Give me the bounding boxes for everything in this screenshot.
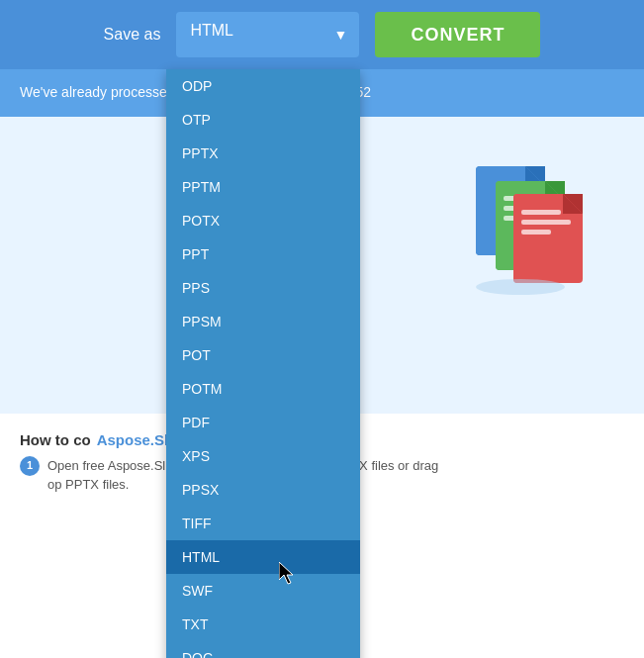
format-dropdown: ODPOTPPPTXPPTMPOTXPPTPPSPPSMPOTPOTMPDFXP… <box>166 69 360 658</box>
save-as-label: Save as <box>104 26 161 44</box>
svg-rect-17 <box>513 194 563 283</box>
dropdown-item[interactable]: PDF <box>166 406 360 439</box>
format-select-wrapper: HTML ▼ <box>176 12 359 57</box>
step-1-number: 1 <box>20 456 40 476</box>
dropdown-item[interactable]: PPS <box>166 271 360 305</box>
format-select-display[interactable]: HTML <box>176 12 359 57</box>
dropdown-item[interactable]: HTML <box>166 540 360 574</box>
how-to-title-left: How to co <box>20 431 91 448</box>
illustration <box>456 137 585 299</box>
dropdown-item[interactable]: TIFF <box>166 507 360 540</box>
svg-rect-20 <box>521 220 571 225</box>
dropdown-item[interactable]: PPTX <box>166 137 360 170</box>
dropdown-item[interactable]: PPTM <box>166 170 360 204</box>
dropdown-item[interactable]: PPT <box>166 237 360 271</box>
dropdown-item[interactable]: PPSX <box>166 473 360 507</box>
header-bar: Save as HTML ▼ CONVERT <box>0 0 644 69</box>
step-1-text3: op PPTX files. <box>47 477 129 492</box>
dropdown-item[interactable]: POTX <box>166 204 360 237</box>
svg-point-22 <box>476 279 565 295</box>
dropdown-item[interactable]: PPSM <box>166 305 360 338</box>
dropdown-item[interactable]: ODP <box>166 69 360 103</box>
dropdown-item[interactable]: XPS <box>166 439 360 473</box>
dropdown-item[interactable]: SWF <box>166 574 360 608</box>
dropdown-item[interactable]: POTM <box>166 372 360 406</box>
convert-button[interactable]: CONVERT <box>375 12 540 57</box>
dropdown-item[interactable]: DOC <box>166 641 360 658</box>
dropdown-item[interactable]: TXT <box>166 608 360 641</box>
dropdown-list: ODPOTPPPTXPPTMPOTXPPTPPSPPSMPOTPOTMPDFXP… <box>166 69 360 658</box>
dropdown-item[interactable]: OTP <box>166 103 360 137</box>
svg-rect-19 <box>521 210 561 215</box>
selected-format-label: HTML <box>190 22 233 39</box>
svg-rect-21 <box>521 230 551 235</box>
dropdown-item[interactable]: POT <box>166 338 360 372</box>
docs-illustration-svg <box>456 137 585 295</box>
